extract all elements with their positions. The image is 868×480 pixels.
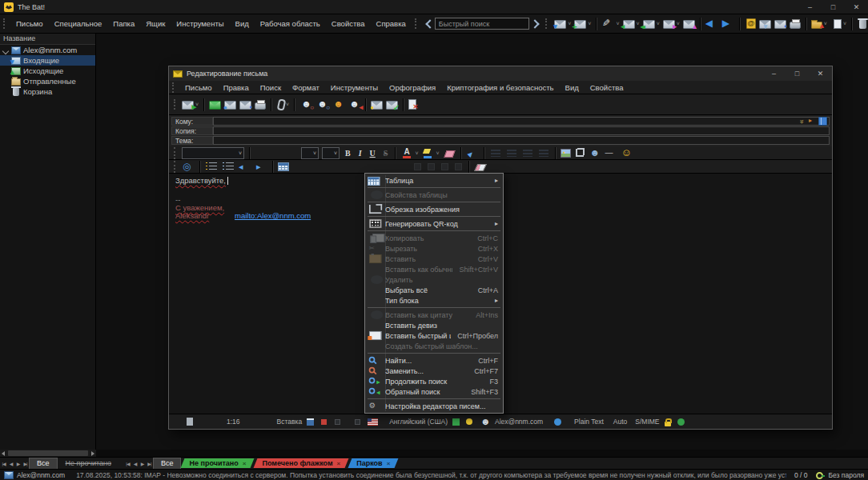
menubar-item[interactable]: Папка bbox=[107, 19, 140, 28]
compose-menubar-item[interactable]: Инструменты bbox=[325, 83, 384, 92]
password-status[interactable]: Без пароля bbox=[828, 471, 864, 479]
address-book-button[interactable] bbox=[743, 16, 757, 32]
compose-menubar-item[interactable]: Свойства bbox=[585, 83, 629, 92]
reply-all-button[interactable] bbox=[641, 16, 661, 32]
compose-menubar-item[interactable]: Вид bbox=[560, 83, 585, 92]
insert-mode[interactable]: Вставка bbox=[277, 418, 303, 426]
attach-file-button[interactable] bbox=[275, 97, 291, 113]
menu-item-find-next[interactable]: Продолжить поиск F3 ▸ bbox=[365, 376, 503, 386]
compose-menubar-item[interactable]: Правка bbox=[218, 83, 255, 92]
tab-nav-button[interactable]: ▶| bbox=[146, 458, 153, 469]
highlight-color-button[interactable] bbox=[420, 147, 440, 159]
folder-sent[interactable]: Отправленные bbox=[0, 76, 95, 86]
hyperlink-button[interactable] bbox=[180, 161, 196, 173]
encoding-mode[interactable]: Auto bbox=[613, 418, 628, 426]
menu-item-editor-settings[interactable]: Настройка редактора писем... ▸ bbox=[365, 401, 503, 411]
tab-parked[interactable]: Парков bbox=[348, 458, 398, 469]
lookup-address-button[interactable] bbox=[314, 97, 330, 113]
crop-image-button[interactable] bbox=[573, 147, 587, 159]
sign-button[interactable] bbox=[384, 97, 400, 113]
menu-item-generate-qr[interactable]: Генерировать QR-код ▸ bbox=[365, 218, 503, 229]
from-account[interactable]: Alex@nnm.com bbox=[495, 418, 543, 426]
expand-arrow-icon[interactable] bbox=[2, 47, 9, 54]
menu-item-insert-motto[interactable]: Вставить девиз ▸ bbox=[365, 320, 503, 330]
font-size-select[interactable] bbox=[299, 147, 320, 159]
bold-button[interactable]: B bbox=[341, 147, 355, 159]
tab-unread[interactable]: Не прочитано bbox=[181, 458, 254, 469]
close-button[interactable]: ✕ bbox=[845, 0, 868, 14]
scroll-left-icon[interactable] bbox=[0, 450, 7, 457]
format-painter-button[interactable] bbox=[464, 147, 480, 159]
forward-button[interactable] bbox=[661, 16, 681, 32]
scrollbar-thumb[interactable] bbox=[8, 450, 88, 456]
send-button[interactable] bbox=[180, 97, 200, 113]
tab-nav-button[interactable]: |◀ bbox=[124, 458, 131, 469]
tab-nav-button[interactable]: ▶ bbox=[139, 458, 146, 469]
expand-addresses-icon[interactable] bbox=[799, 118, 806, 125]
menu-item-block-type[interactable]: Тип блока ▸ bbox=[365, 295, 503, 306]
indent-button[interactable] bbox=[253, 161, 269, 173]
insert-contact-button[interactable] bbox=[587, 147, 603, 159]
select-recipients-button[interactable] bbox=[330, 97, 346, 113]
menu-item-replace[interactable]: Заменить... Ctrl+F7 ▸ bbox=[365, 366, 503, 376]
account-row[interactable]: Alex@nnm.com bbox=[0, 45, 95, 55]
redirect-button[interactable] bbox=[681, 16, 697, 32]
tab-nav-button[interactable]: ▶ bbox=[14, 458, 22, 469]
search-next-icon[interactable] bbox=[532, 20, 540, 28]
field-input[interactable] bbox=[213, 117, 830, 126]
horizontal-rule-button[interactable] bbox=[603, 147, 619, 159]
compose-menubar-item[interactable]: Письмо bbox=[179, 83, 218, 92]
check-mail-button[interactable] bbox=[553, 16, 573, 32]
menubar-item[interactable]: Рабочая область bbox=[255, 19, 326, 28]
quick-search-input[interactable]: Быстрый поиск bbox=[435, 18, 529, 30]
compose-maximize-button[interactable]: □ bbox=[786, 66, 809, 81]
tab-all[interactable]: Все bbox=[153, 458, 182, 469]
search-prev-icon[interactable] bbox=[424, 20, 432, 28]
scroll-right-icon[interactable] bbox=[89, 450, 96, 457]
remove-formatting-button[interactable] bbox=[472, 161, 488, 173]
tab-close-icon[interactable] bbox=[387, 459, 391, 467]
find-address-button[interactable] bbox=[298, 97, 314, 113]
status-account[interactable]: Alex@nnm.com bbox=[17, 471, 65, 479]
print-button[interactable] bbox=[788, 16, 802, 32]
menu-item-find-prev[interactable]: Обратный поиск Shift+F3 ▸ bbox=[365, 386, 503, 397]
maximize-button[interactable]: □ bbox=[822, 0, 845, 14]
folder-pane-hscrollbar[interactable] bbox=[0, 450, 96, 457]
font-color-button[interactable] bbox=[399, 147, 420, 159]
delete-button[interactable] bbox=[855, 16, 868, 32]
tab-close-icon[interactable] bbox=[337, 459, 341, 467]
menubar-item[interactable]: Справка bbox=[371, 19, 412, 28]
edit-message-button[interactable] bbox=[600, 16, 621, 32]
next-address-icon[interactable] bbox=[809, 118, 816, 125]
folder-pane-header[interactable]: Название bbox=[0, 34, 95, 45]
emoticon-button[interactable] bbox=[619, 147, 635, 159]
menubar-item[interactable]: Вид bbox=[230, 19, 255, 28]
menubar-item[interactable]: Инструменты bbox=[171, 19, 229, 28]
save-to-outbox-button[interactable] bbox=[207, 97, 223, 113]
format-mode[interactable]: Plain Text bbox=[574, 418, 604, 426]
spell-language[interactable]: Английский (США) bbox=[389, 418, 448, 426]
menubar-item[interactable]: Специальное bbox=[49, 19, 108, 28]
reply-button[interactable] bbox=[621, 16, 641, 32]
encrypt-button[interactable] bbox=[369, 97, 384, 113]
compose-menubar-item[interactable]: Формат bbox=[287, 83, 325, 92]
print-button[interactable] bbox=[253, 97, 267, 113]
remove-recipient-button[interactable] bbox=[346, 97, 362, 113]
numbered-list-button[interactable] bbox=[220, 161, 237, 173]
back-button[interactable] bbox=[704, 16, 720, 32]
underline-button[interactable]: U bbox=[366, 147, 380, 159]
compose-menubar-item[interactable]: Криптография и безопасность bbox=[441, 83, 559, 92]
tab-all[interactable]: Все bbox=[29, 458, 58, 469]
menubar-item[interactable]: Письмо bbox=[10, 19, 49, 28]
folder-inbox[interactable]: Входящие bbox=[0, 55, 95, 66]
folder-outbox[interactable]: Исходящие bbox=[0, 66, 95, 76]
move-message-button[interactable] bbox=[810, 16, 829, 32]
paragraph-style-select[interactable] bbox=[320, 147, 341, 159]
address-book-icon[interactable] bbox=[818, 117, 827, 126]
tab-flagged[interactable]: Помечено флажком bbox=[254, 458, 348, 469]
menu-item-select-all[interactable]: Выбрать всё Ctrl+A ▸ bbox=[365, 285, 503, 295]
compose-menubar-item[interactable]: Орфография bbox=[384, 83, 441, 92]
outdent-button[interactable] bbox=[237, 161, 253, 173]
tab-unread[interactable]: Не прочитано bbox=[58, 458, 119, 469]
open-message-button[interactable] bbox=[757, 16, 773, 32]
